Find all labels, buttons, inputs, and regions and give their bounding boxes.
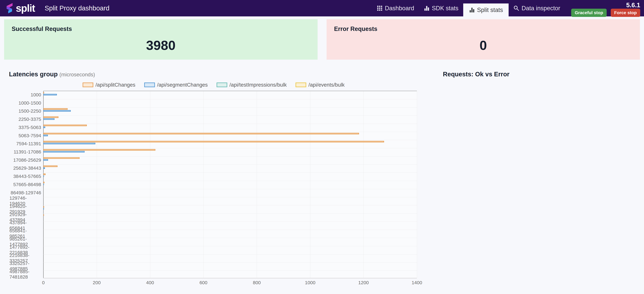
brand: split <box>5 0 35 17</box>
legend-label: /api/segmentChanges <box>157 82 208 88</box>
chart-row <box>43 124 417 132</box>
force-stop-button[interactable]: Force stop <box>611 9 640 17</box>
chart-row <box>43 205 417 214</box>
x-axis-labels: 0200400600800100012001400 <box>43 278 417 286</box>
chart-row <box>43 148 417 156</box>
legend-label: /api/splitChanges <box>96 82 136 88</box>
latencies-title-unit: (microseconds) <box>60 72 95 78</box>
bar-api-segmentchanges <box>43 151 85 153</box>
successful-requests-card: Successful Requests 3980 <box>4 19 318 60</box>
search-icon <box>513 5 519 11</box>
chart-row <box>43 214 417 222</box>
bar-api-splitchanges <box>43 92 44 94</box>
card-title: Error Requests <box>334 26 632 32</box>
summary-cards: Successful Requests 3980 Error Requests … <box>4 19 640 60</box>
latencies-title: Latencies group (microseconds) <box>9 71 422 78</box>
chart-row <box>43 156 417 165</box>
error-requests-card: Error Requests 0 <box>326 19 640 60</box>
requests-title: Requests: Ok vs Error <box>443 71 644 78</box>
legend-item[interactable]: /api/events/bulk <box>296 82 344 88</box>
chart-row <box>43 271 417 279</box>
nav-item-data-inspector[interactable]: Data inspector <box>508 0 565 17</box>
latencies-chart: 10001000-15001500-22502250-33753375-5063… <box>10 91 422 278</box>
y-axis-label: 25629-38443 <box>10 164 43 172</box>
x-axis-label: 800 <box>253 280 261 285</box>
y-axis-label: 2250-3375 <box>10 115 43 123</box>
app-header: split Split Proxy dashboard Dashboard SD… <box>0 0 644 17</box>
chart-row <box>43 99 417 108</box>
plot-area <box>43 91 417 278</box>
chart-row <box>43 91 417 99</box>
bar-api-segmentchanges <box>43 167 45 169</box>
nav-item-sdk-stats[interactable]: SDK stats <box>419 0 463 17</box>
requests-panel: Requests: Ok vs Error <box>422 71 644 286</box>
bar-api-splitchanges <box>43 108 68 110</box>
bar-api-segmentchanges <box>43 175 44 177</box>
chart-row <box>43 254 417 263</box>
legend-label: /api/testImpressions/bulk <box>230 82 287 88</box>
bar-chart-icon <box>469 7 475 13</box>
y-axis-label: 3375-5063 <box>10 123 43 132</box>
header-right: 5.6.1 Graceful stop Force stop <box>565 0 644 17</box>
chart-row <box>43 262 417 271</box>
bar-api-splitchanges <box>43 214 44 216</box>
version-label: 5.6.1 <box>626 2 640 9</box>
x-axis-label: 0 <box>42 280 45 285</box>
y-axis-label: 4987885-7481828 <box>10 270 43 278</box>
grid-icon <box>377 5 383 11</box>
x-axis-label: 1000 <box>305 280 316 285</box>
legend-swatch <box>216 83 227 87</box>
brand-wordmark: split <box>16 2 35 14</box>
bar-api-splitchanges <box>43 206 44 208</box>
successful-requests-value: 3980 <box>12 38 310 53</box>
bar-api-segmentchanges <box>43 184 44 185</box>
bar-api-segmentchanges <box>43 135 48 136</box>
bar-api-segmentchanges <box>43 110 71 112</box>
x-axis-label: 400 <box>146 280 154 285</box>
x-axis-label: 1400 <box>412 280 422 285</box>
chart-row <box>43 173 417 181</box>
legend-item[interactable]: /api/testImpressions/bulk <box>216 82 287 88</box>
main-nav: Dashboard SDK stats Split stats Data ins… <box>372 0 565 17</box>
legend-label: /api/events/bulk <box>308 82 344 88</box>
x-axis-label: 1200 <box>358 280 369 285</box>
y-axis-label: 57665-86498 <box>10 180 43 189</box>
bar-api-splitchanges <box>43 141 384 142</box>
y-axis-label: 17086-25629 <box>10 156 43 164</box>
chart-row <box>43 197 417 205</box>
latencies-title-text: Latencies group <box>9 71 58 78</box>
bar-chart-icon <box>424 5 430 11</box>
chart-row <box>43 107 417 116</box>
split-logo-icon <box>5 3 14 14</box>
error-requests-value: 0 <box>334 38 632 53</box>
bar-api-splitchanges <box>43 182 44 183</box>
nav-label: Dashboard <box>385 5 414 12</box>
bar-api-segmentchanges <box>43 143 95 144</box>
y-axis-label: 1500-2250 <box>10 107 43 115</box>
y-axis-labels: 10001000-15001500-22502250-33753375-5063… <box>10 91 43 278</box>
graceful-stop-button[interactable]: Graceful stop <box>571 9 606 17</box>
bar-api-splitchanges <box>43 157 80 159</box>
y-axis-label: 1000-1500 <box>10 99 43 107</box>
chart-row <box>43 230 417 238</box>
bar-api-splitchanges <box>43 165 58 167</box>
y-axis-label: 5063-7594 <box>10 132 43 140</box>
nav-item-split-stats[interactable]: Split stats <box>463 4 509 17</box>
charts-section: Latencies group (microseconds) /api/spli… <box>0 71 644 286</box>
legend-item[interactable]: /api/splitChanges <box>82 82 136 88</box>
x-axis-label: 600 <box>200 280 208 285</box>
legend-swatch <box>144 83 155 87</box>
y-axis-label: 7594-11391 <box>10 140 43 148</box>
legend-swatch <box>82 83 93 87</box>
bar-api-splitchanges <box>43 116 58 118</box>
bar-api-segmentchanges <box>43 159 48 161</box>
chart-row <box>43 189 417 197</box>
nav-label: Split stats <box>477 7 503 14</box>
legend-item[interactable]: /api/segmentChanges <box>144 82 208 88</box>
card-title: Successful Requests <box>12 26 310 32</box>
x-axis-label: 200 <box>93 280 101 285</box>
bar-api-splitchanges <box>43 125 87 126</box>
bar-api-segmentchanges <box>43 127 45 128</box>
nav-item-dashboard[interactable]: Dashboard <box>372 0 419 17</box>
bar-api-segmentchanges <box>43 94 57 95</box>
